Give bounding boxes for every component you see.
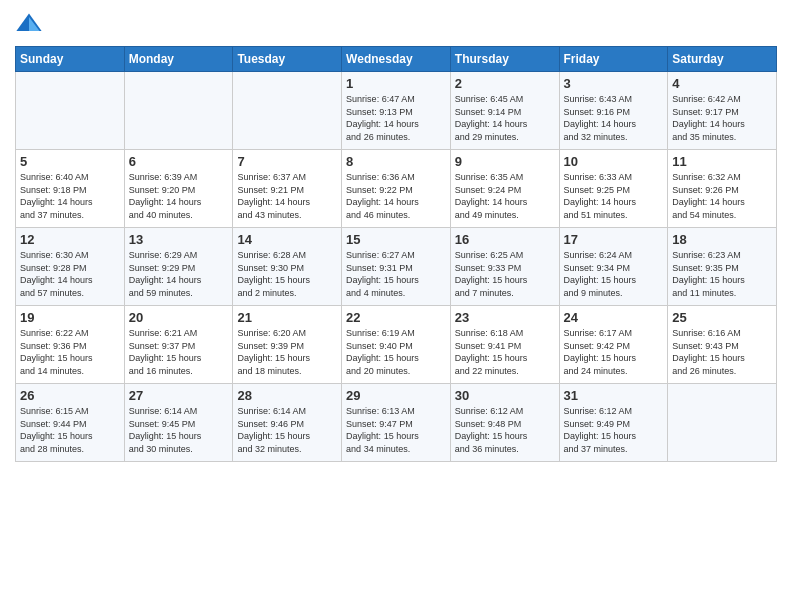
calendar-cell: 30Sunrise: 6:12 AM Sunset: 9:48 PM Dayli… <box>450 384 559 462</box>
day-number: 3 <box>564 76 664 91</box>
cell-info: Sunrise: 6:47 AM Sunset: 9:13 PM Dayligh… <box>346 93 446 143</box>
week-row-0: 1Sunrise: 6:47 AM Sunset: 9:13 PM Daylig… <box>16 72 777 150</box>
cell-info: Sunrise: 6:12 AM Sunset: 9:49 PM Dayligh… <box>564 405 664 455</box>
cell-info: Sunrise: 6:30 AM Sunset: 9:28 PM Dayligh… <box>20 249 120 299</box>
calendar-cell: 15Sunrise: 6:27 AM Sunset: 9:31 PM Dayli… <box>342 228 451 306</box>
cell-info: Sunrise: 6:16 AM Sunset: 9:43 PM Dayligh… <box>672 327 772 377</box>
cell-info: Sunrise: 6:29 AM Sunset: 9:29 PM Dayligh… <box>129 249 229 299</box>
calendar-cell: 22Sunrise: 6:19 AM Sunset: 9:40 PM Dayli… <box>342 306 451 384</box>
day-number: 21 <box>237 310 337 325</box>
week-row-3: 19Sunrise: 6:22 AM Sunset: 9:36 PM Dayli… <box>16 306 777 384</box>
day-number: 4 <box>672 76 772 91</box>
calendar-cell: 23Sunrise: 6:18 AM Sunset: 9:41 PM Dayli… <box>450 306 559 384</box>
cell-info: Sunrise: 6:27 AM Sunset: 9:31 PM Dayligh… <box>346 249 446 299</box>
calendar-cell: 1Sunrise: 6:47 AM Sunset: 9:13 PM Daylig… <box>342 72 451 150</box>
calendar-cell: 8Sunrise: 6:36 AM Sunset: 9:22 PM Daylig… <box>342 150 451 228</box>
cell-info: Sunrise: 6:35 AM Sunset: 9:24 PM Dayligh… <box>455 171 555 221</box>
day-number: 28 <box>237 388 337 403</box>
calendar-cell <box>16 72 125 150</box>
cell-info: Sunrise: 6:24 AM Sunset: 9:34 PM Dayligh… <box>564 249 664 299</box>
header-thursday: Thursday <box>450 47 559 72</box>
calendar-cell <box>233 72 342 150</box>
day-number: 24 <box>564 310 664 325</box>
cell-info: Sunrise: 6:40 AM Sunset: 9:18 PM Dayligh… <box>20 171 120 221</box>
cell-info: Sunrise: 6:20 AM Sunset: 9:39 PM Dayligh… <box>237 327 337 377</box>
calendar-cell: 13Sunrise: 6:29 AM Sunset: 9:29 PM Dayli… <box>124 228 233 306</box>
day-number: 15 <box>346 232 446 247</box>
calendar-cell: 11Sunrise: 6:32 AM Sunset: 9:26 PM Dayli… <box>668 150 777 228</box>
calendar-cell: 16Sunrise: 6:25 AM Sunset: 9:33 PM Dayli… <box>450 228 559 306</box>
header-friday: Friday <box>559 47 668 72</box>
calendar-cell: 2Sunrise: 6:45 AM Sunset: 9:14 PM Daylig… <box>450 72 559 150</box>
week-row-1: 5Sunrise: 6:40 AM Sunset: 9:18 PM Daylig… <box>16 150 777 228</box>
calendar-cell: 24Sunrise: 6:17 AM Sunset: 9:42 PM Dayli… <box>559 306 668 384</box>
calendar-cell: 20Sunrise: 6:21 AM Sunset: 9:37 PM Dayli… <box>124 306 233 384</box>
week-row-4: 26Sunrise: 6:15 AM Sunset: 9:44 PM Dayli… <box>16 384 777 462</box>
day-number: 26 <box>20 388 120 403</box>
day-number: 25 <box>672 310 772 325</box>
cell-info: Sunrise: 6:33 AM Sunset: 9:25 PM Dayligh… <box>564 171 664 221</box>
day-number: 9 <box>455 154 555 169</box>
day-number: 5 <box>20 154 120 169</box>
calendar-cell: 3Sunrise: 6:43 AM Sunset: 9:16 PM Daylig… <box>559 72 668 150</box>
calendar-cell: 5Sunrise: 6:40 AM Sunset: 9:18 PM Daylig… <box>16 150 125 228</box>
cell-info: Sunrise: 6:21 AM Sunset: 9:37 PM Dayligh… <box>129 327 229 377</box>
calendar-cell: 29Sunrise: 6:13 AM Sunset: 9:47 PM Dayli… <box>342 384 451 462</box>
calendar-cell: 18Sunrise: 6:23 AM Sunset: 9:35 PM Dayli… <box>668 228 777 306</box>
header-monday: Monday <box>124 47 233 72</box>
cell-info: Sunrise: 6:45 AM Sunset: 9:14 PM Dayligh… <box>455 93 555 143</box>
calendar-cell: 14Sunrise: 6:28 AM Sunset: 9:30 PM Dayli… <box>233 228 342 306</box>
calendar-cell: 21Sunrise: 6:20 AM Sunset: 9:39 PM Dayli… <box>233 306 342 384</box>
calendar-cell: 10Sunrise: 6:33 AM Sunset: 9:25 PM Dayli… <box>559 150 668 228</box>
day-number: 13 <box>129 232 229 247</box>
calendar-cell: 26Sunrise: 6:15 AM Sunset: 9:44 PM Dayli… <box>16 384 125 462</box>
day-number: 19 <box>20 310 120 325</box>
header <box>15 10 777 38</box>
day-number: 17 <box>564 232 664 247</box>
cell-info: Sunrise: 6:28 AM Sunset: 9:30 PM Dayligh… <box>237 249 337 299</box>
day-number: 6 <box>129 154 229 169</box>
calendar-cell: 28Sunrise: 6:14 AM Sunset: 9:46 PM Dayli… <box>233 384 342 462</box>
day-number: 16 <box>455 232 555 247</box>
day-number: 18 <box>672 232 772 247</box>
week-row-2: 12Sunrise: 6:30 AM Sunset: 9:28 PM Dayli… <box>16 228 777 306</box>
day-number: 7 <box>237 154 337 169</box>
calendar-cell <box>668 384 777 462</box>
header-saturday: Saturday <box>668 47 777 72</box>
calendar-cell: 31Sunrise: 6:12 AM Sunset: 9:49 PM Dayli… <box>559 384 668 462</box>
calendar-cell: 4Sunrise: 6:42 AM Sunset: 9:17 PM Daylig… <box>668 72 777 150</box>
cell-info: Sunrise: 6:22 AM Sunset: 9:36 PM Dayligh… <box>20 327 120 377</box>
cell-info: Sunrise: 6:14 AM Sunset: 9:45 PM Dayligh… <box>129 405 229 455</box>
day-number: 23 <box>455 310 555 325</box>
page: SundayMondayTuesdayWednesdayThursdayFrid… <box>0 0 792 612</box>
day-number: 31 <box>564 388 664 403</box>
day-number: 1 <box>346 76 446 91</box>
day-number: 29 <box>346 388 446 403</box>
calendar-cell: 7Sunrise: 6:37 AM Sunset: 9:21 PM Daylig… <box>233 150 342 228</box>
cell-info: Sunrise: 6:42 AM Sunset: 9:17 PM Dayligh… <box>672 93 772 143</box>
day-number: 10 <box>564 154 664 169</box>
day-number: 11 <box>672 154 772 169</box>
calendar-cell: 25Sunrise: 6:16 AM Sunset: 9:43 PM Dayli… <box>668 306 777 384</box>
cell-info: Sunrise: 6:15 AM Sunset: 9:44 PM Dayligh… <box>20 405 120 455</box>
cell-info: Sunrise: 6:12 AM Sunset: 9:48 PM Dayligh… <box>455 405 555 455</box>
day-number: 14 <box>237 232 337 247</box>
cell-info: Sunrise: 6:37 AM Sunset: 9:21 PM Dayligh… <box>237 171 337 221</box>
calendar-cell: 19Sunrise: 6:22 AM Sunset: 9:36 PM Dayli… <box>16 306 125 384</box>
header-sunday: Sunday <box>16 47 125 72</box>
cell-info: Sunrise: 6:43 AM Sunset: 9:16 PM Dayligh… <box>564 93 664 143</box>
cell-info: Sunrise: 6:17 AM Sunset: 9:42 PM Dayligh… <box>564 327 664 377</box>
day-number: 8 <box>346 154 446 169</box>
header-tuesday: Tuesday <box>233 47 342 72</box>
logo <box>15 10 45 38</box>
day-number: 20 <box>129 310 229 325</box>
calendar-cell: 6Sunrise: 6:39 AM Sunset: 9:20 PM Daylig… <box>124 150 233 228</box>
calendar-header-row: SundayMondayTuesdayWednesdayThursdayFrid… <box>16 47 777 72</box>
day-number: 2 <box>455 76 555 91</box>
cell-info: Sunrise: 6:14 AM Sunset: 9:46 PM Dayligh… <box>237 405 337 455</box>
calendar-cell: 12Sunrise: 6:30 AM Sunset: 9:28 PM Dayli… <box>16 228 125 306</box>
cell-info: Sunrise: 6:39 AM Sunset: 9:20 PM Dayligh… <box>129 171 229 221</box>
cell-info: Sunrise: 6:25 AM Sunset: 9:33 PM Dayligh… <box>455 249 555 299</box>
calendar-cell <box>124 72 233 150</box>
cell-info: Sunrise: 6:19 AM Sunset: 9:40 PM Dayligh… <box>346 327 446 377</box>
